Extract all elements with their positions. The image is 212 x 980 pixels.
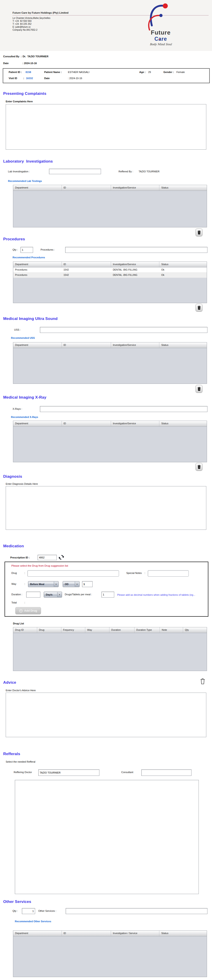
logo-word-future: Future (137, 29, 185, 36)
column-header-department[interactable]: Department (13, 931, 62, 936)
other-qty-input[interactable] (22, 908, 35, 914)
column-header-qty[interactable]: Qty (183, 627, 207, 633)
consultant-input[interactable] (141, 770, 191, 776)
xray-table-header: Department ID Investigation/Service Stat… (13, 421, 207, 426)
complaints-textarea[interactable] (6, 104, 206, 150)
column-header-status[interactable]: Status (159, 185, 207, 191)
patient-id-value: 8158 (26, 71, 31, 73)
duration-input[interactable] (26, 592, 40, 598)
advice-hint: Enter Doctor's Advice Here (6, 689, 36, 692)
column-header-status[interactable]: Status (159, 931, 207, 936)
delete-uss-button[interactable] (196, 385, 202, 393)
column-header-service[interactable]: Investigation/Service (111, 342, 159, 348)
column-header-service[interactable]: Investigation/Service (111, 421, 159, 426)
recommended-procedures-label: Recommended Procedures (13, 256, 45, 259)
procedures-input-label: Procedures : (40, 248, 55, 251)
referring-doctor-label: Reffering Doctor (14, 771, 32, 773)
referring-doctor-input[interactable] (38, 770, 100, 776)
section-title-medication: Medication (3, 544, 24, 549)
delete-procedures-button[interactable] (196, 304, 202, 312)
trash-icon (198, 387, 201, 391)
xray-table: Department ID Investigation/Service Stat… (13, 421, 207, 462)
section-title-diagnosis: Diagnosis (3, 474, 22, 479)
other-services-input[interactable] (66, 908, 207, 914)
procedures-table-body (13, 278, 207, 303)
consulted-by-line: Consulted By : Dr. TAZIO TOURNIER (3, 54, 48, 58)
column-header-way[interactable]: Way (85, 627, 109, 633)
diagnosis-hint: Enter Diagnosis Details Here (6, 482, 38, 485)
duration-unit-select[interactable]: Day/s ▼ (44, 592, 62, 598)
procedures-table: Department ID Investigation/Service Stat… (13, 261, 207, 303)
consultation-page: Future Care by Future Holdings (Pty) Lim… (0, 0, 212, 980)
cell-department: Procedures (13, 273, 62, 278)
consult-date-line: Date : 2024-10-16 (3, 61, 37, 65)
gender-label: Gender : (164, 71, 174, 73)
column-header-id[interactable]: ID (62, 931, 111, 936)
special-notes-input[interactable] (148, 570, 189, 577)
column-header-status[interactable]: Status (159, 421, 207, 426)
uss-table-body (13, 348, 207, 383)
prescription-id-input[interactable] (38, 555, 57, 560)
drug-entry-panel: Please select the Drug from Drug suggess… (5, 562, 208, 617)
cell-id: 1542 (62, 267, 111, 272)
delete-lab-button[interactable] (196, 229, 202, 236)
column-header-frequency[interactable]: Fequency (61, 627, 85, 633)
column-header-department[interactable]: Department (13, 342, 62, 348)
referrals-listbox[interactable] (15, 780, 199, 894)
way-qty-input[interactable] (82, 581, 93, 587)
patient-name-value: ESTHER NASSALI (68, 71, 89, 73)
column-header-duration-type[interactable]: Duration Type (135, 627, 160, 633)
column-header-id[interactable]: ID (62, 421, 111, 426)
section-title-referrals: Refferals (3, 752, 20, 756)
lab-investigation-input[interactable] (49, 169, 101, 174)
column-header-note[interactable]: Note (160, 627, 183, 633)
chevron-down-icon: ▼ (75, 582, 79, 587)
special-notes-colon: : (145, 572, 145, 574)
column-header-status[interactable]: Status (159, 262, 207, 267)
column-header-id[interactable]: ID (62, 185, 111, 191)
heart-icon: ♥ (159, 38, 160, 41)
advice-textarea[interactable] (6, 693, 206, 737)
table-row[interactable]: Procedures 1542 DENTAL -BIG FILLING Ok (13, 267, 207, 273)
patient-info-box: Patient ID : 8158 Patient Name : ESTHER … (3, 68, 210, 83)
column-header-service[interactable]: Investigation / Service (111, 931, 159, 936)
frequency-select[interactable]: OD ▼ (63, 581, 80, 587)
xray-input[interactable] (40, 406, 207, 412)
add-drug-button[interactable]: + Add Drug (15, 607, 41, 614)
refresh-prescription-button[interactable] (58, 554, 64, 561)
column-header-service[interactable]: Investigation/Service (111, 185, 159, 191)
lab-investigation-label: Lab Investingation : (8, 170, 30, 173)
column-header-drug-id[interactable]: Drug ID (13, 627, 37, 633)
delete-drug-list-button[interactable] (200, 678, 206, 685)
procedures-input[interactable] (65, 247, 207, 253)
drug-input[interactable] (27, 570, 119, 577)
refresh-icon (58, 554, 64, 560)
total-colon: : (24, 601, 25, 604)
meal-select[interactable]: Before Meal ▼ (28, 581, 59, 587)
drug-select-warning: Please select the Drug from Drug suggess… (11, 564, 68, 567)
column-header-department[interactable]: Department (13, 262, 62, 267)
column-header-service[interactable]: Investigation/Service (111, 262, 159, 267)
section-title-uss: Medical Imaging Ultra Sound (3, 317, 58, 321)
procedures-qty-input[interactable] (21, 247, 33, 253)
age-label: Age : (139, 71, 146, 73)
per-meal-input[interactable] (101, 592, 114, 598)
cell-status: Ok (159, 273, 207, 278)
column-header-department[interactable]: Department (13, 421, 62, 426)
diagnosis-textarea[interactable] (6, 486, 206, 530)
column-header-id[interactable]: ID (62, 342, 111, 348)
visit-id-label: Visit ID (9, 77, 17, 80)
column-header-status[interactable]: Status (159, 342, 207, 348)
column-header-drug[interactable]: Drug (37, 627, 61, 633)
delete-xray-button[interactable] (196, 463, 202, 471)
uss-input[interactable] (40, 327, 207, 333)
drug-label: Drug (11, 572, 17, 574)
column-header-department[interactable]: Department (13, 185, 62, 191)
column-header-id[interactable]: ID (62, 262, 111, 267)
patient-name-label: Patient Name : (44, 71, 61, 73)
uss-label: USS : (14, 328, 21, 331)
visit-date-value: : 2024-10-16 (68, 77, 82, 80)
recommended-xray-label: Recommended X-Rays (11, 416, 38, 418)
column-header-duration[interactable]: Duration (109, 627, 135, 633)
table-row[interactable]: Procedures 1542 DENTAL -BIG FILLING Ok (13, 273, 207, 278)
